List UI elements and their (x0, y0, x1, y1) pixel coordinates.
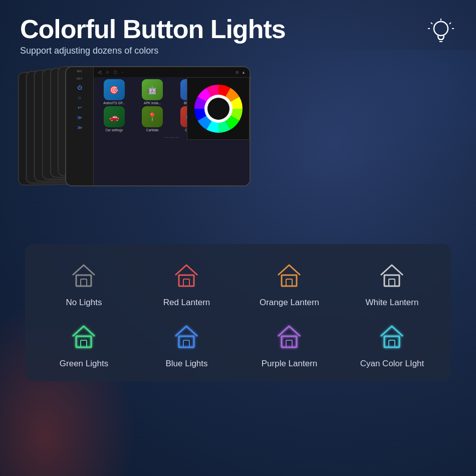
app-item[interactable]: 🤖 APK Insta... (134, 79, 171, 105)
color-option-orange: Orange Lantern (241, 259, 338, 308)
color-option-green: Green Lights (35, 320, 133, 369)
header: Colorful Button Lights Support adjusting… (20, 15, 456, 56)
device-area: MIC RST ⏻ ⌂ ↩ ≪ ≫ MIC RST ⏻ (20, 66, 456, 236)
svg-rect-20 (179, 336, 194, 347)
color-label-purple: Purple Lantern (262, 359, 318, 369)
svg-rect-17 (389, 279, 395, 286)
svg-rect-12 (179, 275, 194, 286)
color-option-red: Red Lantern (138, 259, 235, 308)
bulb-icon (426, 18, 456, 48)
house-green-icon (68, 320, 100, 353)
svg-point-9 (207, 98, 229, 120)
color-label-green: Green Lights (60, 359, 108, 369)
house-red-icon (170, 259, 203, 292)
svg-rect-11 (81, 279, 87, 286)
app-item[interactable]: 🚗 Car settings (96, 106, 133, 132)
color-option-white: White Lantern (343, 259, 441, 308)
home-button[interactable]: ○ (106, 70, 109, 75)
color-wheel-popup (187, 77, 250, 140)
color-grid: No Lights Red Lantern Orange Lantern (35, 259, 441, 369)
app-item[interactable]: 🎯 AndroITS GP... (96, 79, 133, 105)
svg-rect-15 (286, 279, 292, 286)
back-button[interactable]: ◁ (98, 70, 101, 75)
color-label-cyan: Cyan Color LIght (360, 359, 424, 369)
svg-line-4 (431, 23, 432, 24)
svg-rect-13 (183, 279, 189, 286)
svg-line-5 (449, 23, 451, 24)
svg-rect-24 (384, 336, 399, 347)
color-option-no-lights: No Lights (35, 259, 133, 308)
svg-rect-21 (183, 340, 189, 347)
color-option-cyan: Cyan Color LIght (343, 320, 441, 369)
svg-rect-19 (81, 340, 87, 347)
svg-rect-14 (282, 275, 297, 286)
color-label-no-lights: No Lights (66, 298, 102, 308)
house-no-lights-icon (68, 259, 100, 292)
house-purple-icon (273, 320, 306, 353)
recent-button[interactable]: □ (114, 70, 116, 75)
house-white-icon (376, 259, 408, 292)
color-label-white: White Lantern (366, 298, 419, 308)
tablets-stack: MIC RST ⏻ ⌂ ↩ ≪ ≫ MIC RST ⏻ (20, 66, 256, 236)
main-front-tablet: MIC RST ⏻ ⌂ ↩ ≪ ≫ ◁ ○ □ (65, 66, 251, 186)
color-option-purple: Purple Lantern (241, 320, 338, 369)
header-text: Colorful Button Lights Support adjusting… (20, 15, 286, 56)
color-label-blue: Blue Lights (165, 359, 207, 369)
color-label-orange: Orange Lantern (260, 298, 319, 308)
svg-rect-10 (76, 275, 91, 286)
svg-rect-22 (282, 336, 297, 347)
color-label-red: Red Lantern (163, 298, 210, 308)
svg-point-0 (434, 22, 448, 36)
svg-rect-18 (76, 336, 91, 347)
color-options-panel: No Lights Red Lantern Orange Lantern (25, 244, 451, 381)
house-cyan-icon (376, 320, 408, 353)
house-orange-icon (273, 259, 306, 292)
color-wheel-svg (187, 78, 250, 140)
svg-rect-23 (286, 340, 292, 347)
page: Colorful Button Lights Support adjusting… (0, 0, 476, 476)
house-blue-icon (170, 320, 203, 353)
svg-rect-25 (389, 340, 395, 347)
right-spacer (251, 66, 456, 186)
page-subtitle: Support adjusting dozens of colors (20, 46, 286, 56)
color-option-blue: Blue Lights (138, 320, 235, 369)
page-title: Colorful Button Lights (20, 15, 286, 44)
svg-rect-16 (384, 275, 399, 286)
app-item[interactable]: 📍 CarMate (134, 106, 171, 132)
